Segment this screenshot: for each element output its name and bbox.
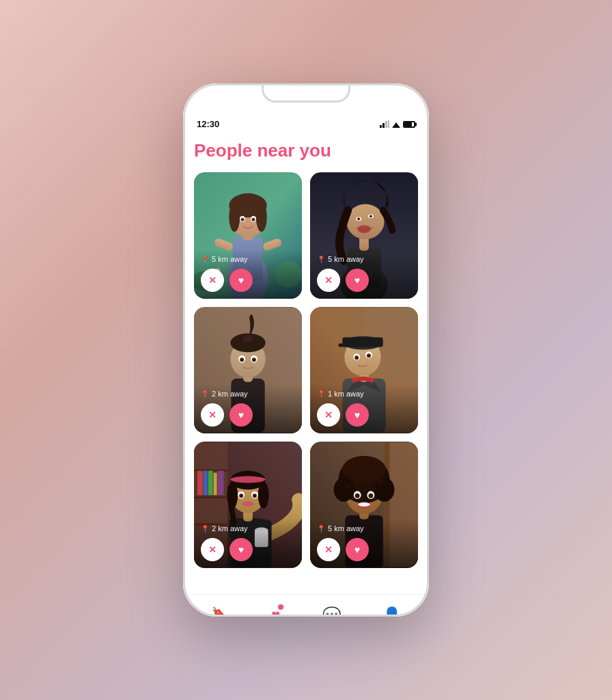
location-icon-3: 📍 <box>201 390 209 398</box>
notch <box>262 83 350 103</box>
svg-point-94 <box>378 478 385 485</box>
like-button-2[interactable]: ♥ <box>346 269 369 292</box>
card-overlay-3: 📍 2 km away ✕ ♥ <box>194 384 302 433</box>
nav-item-profile[interactable]: 👤 <box>372 601 412 617</box>
profile-card-6: 📍 5 km away ✕ ♥ <box>310 442 418 568</box>
action-buttons-5: ✕ ♥ <box>201 538 295 561</box>
svg-point-32 <box>370 215 372 217</box>
svg-rect-1 <box>382 123 385 128</box>
svg-point-77 <box>253 494 257 498</box>
phone-content: People near you <box>183 132 429 594</box>
svg-point-21 <box>251 218 255 221</box>
battery-icon <box>403 121 415 128</box>
wifi-icon <box>392 121 400 128</box>
action-buttons-3: ✕ ♥ <box>201 403 295 427</box>
location-icon-2: 📍 <box>317 256 325 263</box>
card-overlay-2: 📍 5 km away ✕ ♥ <box>310 250 418 299</box>
dislike-button-2[interactable]: ✕ <box>317 269 340 292</box>
svg-rect-64 <box>208 471 213 496</box>
svg-point-40 <box>242 335 253 343</box>
status-icons <box>380 120 415 128</box>
svg-point-44 <box>252 358 256 362</box>
svg-point-17 <box>256 202 267 232</box>
dislike-button-1[interactable]: ✕ <box>201 269 224 292</box>
card-overlay-6: 📍 5 km away ✕ ♥ <box>310 519 418 568</box>
svg-rect-63 <box>204 471 208 496</box>
signal-icon <box>380 120 389 128</box>
svg-point-99 <box>368 494 373 498</box>
battery-fill <box>404 122 412 126</box>
distance-label-2: 📍 5 km away <box>317 255 411 263</box>
like-button-5[interactable]: ♥ <box>230 538 253 561</box>
nav-badge <box>278 604 283 610</box>
like-button-1[interactable]: ♥ <box>230 269 253 292</box>
svg-rect-60 <box>194 496 227 498</box>
nav-item-messages[interactable]: 💬 <box>311 601 352 617</box>
action-buttons-4: ✕ ♥ <box>317 403 411 427</box>
profile-card-5: 📍 2 km away ✕ ♥ <box>194 442 302 568</box>
svg-point-20 <box>241 218 245 221</box>
action-buttons-2: ✕ ♥ <box>317 269 411 292</box>
location-icon-1: 📍 <box>201 256 209 263</box>
svg-rect-52 <box>338 343 346 347</box>
svg-point-92 <box>357 467 365 475</box>
dislike-button-4[interactable]: ✕ <box>317 403 340 427</box>
svg-rect-65 <box>214 473 217 496</box>
svg-rect-0 <box>380 125 382 128</box>
svg-point-31 <box>357 217 360 220</box>
phone-frame: 12:30 People near you <box>183 83 429 617</box>
card-overlay-5: 📍 2 km away ✕ ♥ <box>194 519 302 568</box>
profile-card-4: 📍 1 km away ✕ ♥ <box>310 307 418 433</box>
svg-point-101 <box>358 502 370 507</box>
dislike-button-5[interactable]: ✕ <box>201 538 224 561</box>
svg-marker-4 <box>392 122 400 128</box>
action-buttons-1: ✕ ♥ <box>201 269 295 292</box>
distance-label-4: 📍 1 km away <box>317 390 411 398</box>
svg-point-71 <box>230 476 265 483</box>
svg-point-73 <box>258 481 269 509</box>
svg-point-28 <box>346 204 384 239</box>
location-icon-6: 📍 <box>317 525 325 533</box>
like-button-3[interactable]: ♥ <box>230 403 253 427</box>
profile-card-3: 📍 2 km away ✕ ♥ <box>194 307 302 433</box>
page-title: People near you <box>194 140 418 161</box>
like-button-6[interactable]: ♥ <box>346 538 369 561</box>
nav-item-matches[interactable]: ♥ <box>260 601 291 617</box>
svg-rect-51 <box>342 338 382 347</box>
svg-point-98 <box>355 494 360 498</box>
card-overlay-4: 📍 1 km away ✕ ♥ <box>310 384 418 433</box>
svg-point-93 <box>369 472 376 479</box>
messages-icon: 💬 <box>322 606 341 617</box>
location-icon-4: 📍 <box>317 390 325 398</box>
svg-point-76 <box>239 494 243 498</box>
status-time: 12:30 <box>197 119 219 129</box>
svg-point-16 <box>229 202 240 232</box>
browse-icon: 🔖 <box>211 606 230 617</box>
bottom-nav: 🔖 ♥ 💬 👤 <box>183 594 429 617</box>
nav-heart-badge: ♥ <box>271 606 280 617</box>
dislike-button-3[interactable]: ✕ <box>201 403 224 427</box>
svg-point-78 <box>242 501 254 507</box>
svg-point-56 <box>367 353 371 358</box>
action-buttons-6: ✕ ♥ <box>317 538 411 561</box>
status-bar: 12:30 <box>183 113 429 132</box>
profile-card-2: 📍 5 km away ✕ ♥ <box>310 172 418 299</box>
svg-point-55 <box>354 355 359 360</box>
svg-point-95 <box>344 483 350 489</box>
like-button-4[interactable]: ♥ <box>346 403 369 427</box>
distance-label-5: 📍 2 km away <box>201 524 295 533</box>
distance-label-1: 📍 5 km away <box>201 255 295 263</box>
svg-point-43 <box>240 358 244 362</box>
distance-label-6: 📍 5 km away <box>317 524 411 533</box>
svg-rect-3 <box>388 120 389 128</box>
svg-rect-66 <box>218 471 224 496</box>
nav-item-browse[interactable]: 🔖 <box>200 601 240 617</box>
svg-point-89 <box>374 478 395 502</box>
svg-point-91 <box>347 473 354 480</box>
profile-card-1: 📍 5 km away ✕ ♥ <box>194 172 302 299</box>
svg-point-88 <box>334 478 354 502</box>
dislike-button-6[interactable]: ✕ <box>317 538 340 561</box>
profile-icon: 👤 <box>382 606 401 617</box>
svg-rect-2 <box>385 121 387 128</box>
svg-point-33 <box>357 225 371 233</box>
